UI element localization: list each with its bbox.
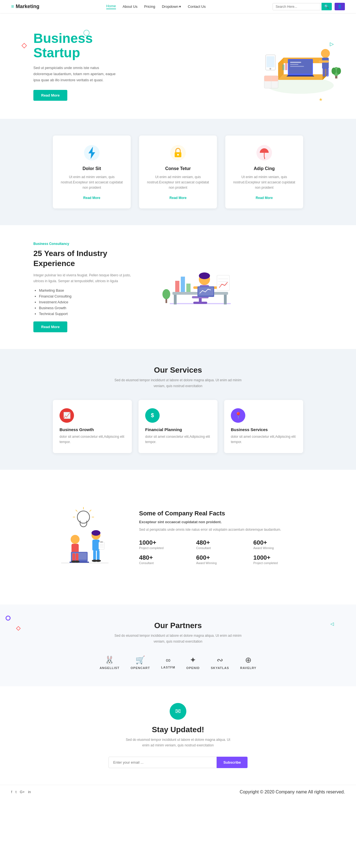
- service-desc-3: dolor sit amet consectetur elit,Adipisci…: [231, 434, 296, 445]
- partner-name-2: OPENCART: [131, 666, 150, 670]
- svg-rect-27: [266, 56, 274, 67]
- partner-name-3: LASTFM: [161, 666, 175, 669]
- facts-description: Sed ut perspiciatis unde omnis iste natu…: [139, 527, 306, 532]
- experience-section: Business Consultancy 25 Years of Industr…: [0, 225, 356, 349]
- nav-pricing[interactable]: Pricing: [144, 4, 155, 9]
- facts-wrapper: Some of Company Real Facts Excepteur sin…: [39, 487, 317, 588]
- experience-list: Marketing Base Financial Consulting Inve…: [33, 288, 139, 316]
- fact-label-5: Award Winning: [196, 561, 249, 565]
- search-input[interactable]: [272, 3, 320, 10]
- hero-cta-button[interactable]: Read More: [33, 90, 67, 101]
- openid-icon: ✦: [190, 655, 196, 664]
- social-twitter[interactable]: t: [15, 790, 17, 794]
- svg-rect-83: [93, 551, 96, 560]
- hero-svg: [239, 30, 345, 102]
- partner-openid: ✦ OPENID: [186, 655, 200, 670]
- chevron-down-icon: ▾: [179, 4, 181, 9]
- svg-rect-43: [193, 302, 207, 304]
- logo-icon: ≡: [11, 4, 14, 9]
- svg-rect-72: [76, 553, 78, 561]
- card-adip-cing: Adip Cing Ut enim ad minim veniam, quis …: [225, 135, 303, 209]
- hero-description: Sed ut perspiciatis unde omnis iste natu…: [33, 65, 117, 83]
- partner-name-4: OPENID: [186, 666, 200, 670]
- partner-lastfm: ∞ LASTFM: [161, 656, 175, 669]
- card-desc-2: Ut enim ad minim veniam, quis nostrud.Ex…: [146, 175, 210, 191]
- logo[interactable]: ≡ Marketing: [11, 4, 39, 9]
- svg-rect-24: [282, 65, 285, 70]
- svg-rect-9: [290, 66, 304, 67]
- svg-point-77: [92, 530, 100, 536]
- fact-label-6: Project completed: [253, 561, 306, 565]
- social-facebook[interactable]: f: [11, 790, 12, 794]
- svg-rect-71: [72, 553, 75, 561]
- growth-icon: 📈: [63, 412, 71, 419]
- card-link-3[interactable]: Read More: [256, 196, 272, 200]
- svg-rect-15: [323, 68, 325, 76]
- partner-angellist: 🐰 ANGELLIST: [100, 655, 119, 670]
- service-desc-1: dolor sit amet consectetur elit,Adipisci…: [60, 434, 125, 445]
- card-title-1: Dolor Sit: [60, 166, 124, 171]
- subscribe-email-input[interactable]: [108, 757, 217, 768]
- nav-about[interactable]: About Us: [123, 4, 137, 9]
- email-icon: ✉: [175, 707, 181, 715]
- nav-links: Home About Us Pricing Dropdown ▾ Contact…: [106, 4, 206, 9]
- social-google-plus[interactable]: G+: [20, 790, 25, 794]
- svg-point-45: [199, 273, 210, 279]
- service-title-2: Financial Planning: [145, 427, 211, 432]
- services-title: Our Services: [11, 366, 345, 375]
- fact-item-2: 480+ Consultant: [196, 539, 249, 550]
- social-linkedin[interactable]: in: [28, 790, 31, 794]
- user-button[interactable]: 👤: [334, 3, 345, 10]
- card-title-2: Conse Tetur: [146, 166, 210, 171]
- facts-image: [50, 503, 122, 571]
- hero-image: [239, 30, 345, 102]
- user-icon: 👤: [337, 4, 342, 9]
- svg-point-11: [321, 49, 330, 58]
- partner-opencart: 🛒 OPENCART: [131, 655, 150, 670]
- navbar: ≡ Marketing Home About Us Pricing Dropdo…: [0, 0, 356, 13]
- experience-cta-button[interactable]: Read More: [33, 321, 67, 332]
- fact-label-1: Project completed: [139, 546, 192, 550]
- footer: f t G+ in Copyright © 2020 Company name …: [0, 785, 356, 799]
- nav-home[interactable]: Home: [106, 4, 116, 9]
- svg-point-28: [269, 68, 271, 69]
- service-icon-business: 📍: [231, 408, 245, 423]
- search-button[interactable]: 🔍: [322, 3, 332, 10]
- svg-point-86: [95, 560, 101, 562]
- subscribe-button[interactable]: Subscribe: [217, 757, 248, 768]
- partner-name-5: SKYATLAS: [211, 666, 229, 670]
- fact-value-6: 1000+: [253, 554, 306, 561]
- partner-ravelry: ⊕ RAVELRY: [240, 655, 256, 670]
- nav-contact[interactable]: Contact Us: [188, 4, 205, 9]
- experience-description: Integer pulvinar leo id viverra feugiat.…: [33, 273, 139, 284]
- footer-social: f t G+ in: [11, 790, 31, 794]
- card-link-2[interactable]: Read More: [169, 196, 186, 200]
- svg-rect-25: [285, 63, 287, 70]
- facts-title: Some of Company Real Facts: [139, 510, 306, 517]
- fact-value-3: 600+: [253, 539, 306, 546]
- card-title-3: Adip Cing: [232, 166, 296, 171]
- experience-label: Business Consultancy: [33, 242, 139, 246]
- experience-image: [156, 253, 239, 321]
- hero-heading: Business Startup: [33, 31, 117, 61]
- card-icon-umbrella: [255, 144, 273, 162]
- card-link-1[interactable]: Read More: [83, 196, 100, 200]
- svg-rect-76: [92, 539, 100, 551]
- partners-section: ◁ Our Partners Sed do eiusmod tempor inc…: [0, 604, 356, 686]
- svg-point-22: [331, 68, 336, 74]
- fact-label-4: Consultant: [139, 561, 192, 565]
- svg-rect-40: [224, 295, 227, 305]
- svg-point-74: [74, 560, 79, 563]
- partner-name-6: RAVELRY: [240, 666, 256, 670]
- subscribe-icon-wrap: ✉: [170, 703, 186, 720]
- svg-point-23: [336, 68, 341, 74]
- facts-subtitle: Excepteur sint occaecat cupidatat non pr…: [139, 520, 306, 524]
- svg-rect-79: [100, 541, 103, 543]
- facts-grid: 1000+ Project completed 480+ Consultant …: [139, 539, 306, 565]
- fact-item-4: 480+ Consultant: [139, 554, 192, 565]
- service-desc-2: dolor sit amet consectetur elit,Adipisci…: [145, 434, 211, 445]
- svg-line-63: [90, 510, 91, 512]
- nav-dropdown[interactable]: Dropdown ▾: [162, 4, 181, 9]
- fact-label-2: Consultant: [196, 546, 249, 550]
- svg-rect-12: [322, 58, 329, 69]
